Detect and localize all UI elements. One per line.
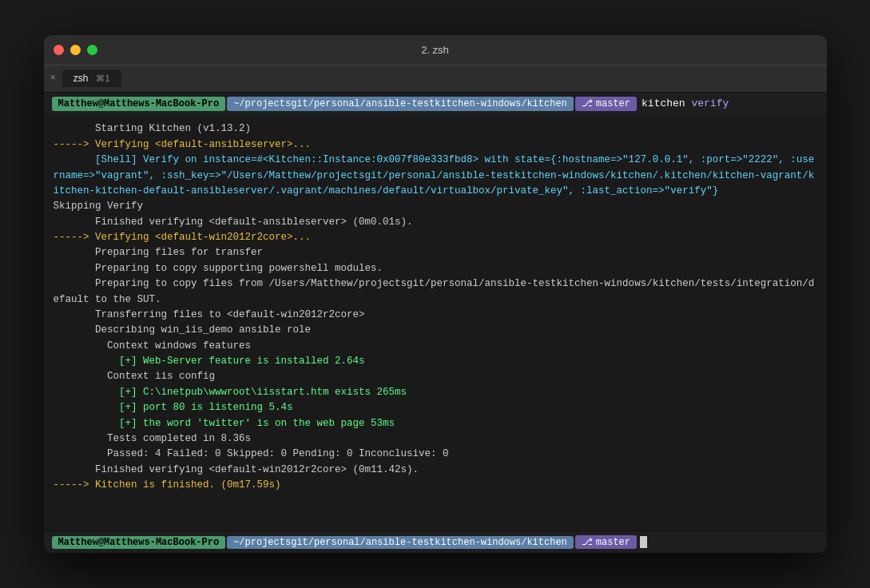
branch-icon: ⎇ <box>582 97 593 111</box>
terminal-line: Describing win_iis_demo ansible role <box>54 323 817 338</box>
bottom-branch-name: master <box>596 537 630 548</box>
tab-item[interactable]: zsh ⌘1 <box>62 70 121 87</box>
tab-label: zsh <box>73 73 89 84</box>
terminal-line: Tests completed in 8.36s <box>54 431 817 447</box>
traffic-lights <box>54 45 97 55</box>
terminal-window: 2. zsh × zsh ⌘1 Matthew@Matthews-MacBook… <box>44 35 827 554</box>
terminal-line: Skipping Verify <box>54 199 817 214</box>
terminal-line: -----> Verifying <default-win2012r2core>… <box>54 230 817 245</box>
branch-name: master <box>596 97 630 111</box>
prompt-path: ~/projectsgit/personal/ansible-testkitch… <box>227 97 574 112</box>
tab-bar: × zsh ⌘1 <box>44 66 827 93</box>
close-button[interactable] <box>54 45 64 55</box>
terminal-line: [Shell] Verify on instance=#<Kitchen::In… <box>54 153 817 199</box>
terminal-line: [+] Web-Server feature is installed 2.64… <box>54 354 817 369</box>
tab-shortcut: ⌘1 <box>96 74 109 84</box>
terminal-line: Passed: 4 Failed: 0 Skipped: 0 Pending: … <box>54 447 817 462</box>
terminal-line: Context iis config <box>54 369 817 384</box>
terminal-line: [+] port 80 is listening 5.4s <box>54 400 817 415</box>
terminal-line: Starting Kitchen (v1.13.2) <box>54 121 817 137</box>
bottom-prompt-bar: Matthew@Matthews-MacBook-Pro ~/projectsg… <box>44 530 827 553</box>
bottom-prompt-path: ~/projectsgit/personal/ansible-testkitch… <box>227 536 574 549</box>
bottom-branch-icon: ⎇ <box>582 536 593 548</box>
terminal-line: -----> Verifying <default-ansibleserver>… <box>54 137 817 153</box>
terminal-line: -----> Kitchen is finished. (0m17.59s) <box>54 478 817 493</box>
tab-close-icon[interactable]: × <box>50 73 56 84</box>
terminal-line: [+] C:\inetpub\wwwroot\iisstart.htm exis… <box>54 385 817 400</box>
terminal-line: Context windows features <box>54 339 817 354</box>
terminal-line: [+] the word 'twitter' is on the web pag… <box>54 416 817 431</box>
cmd-name: kitchen <box>642 97 685 109</box>
prompt-user: Matthew@Matthews-MacBook-Pro <box>52 97 226 112</box>
prompt-command: kitchen verify <box>642 97 729 111</box>
bottom-prompt-user: Matthew@Matthews-MacBook-Pro <box>52 536 226 549</box>
window-title: 2. zsh <box>421 44 449 56</box>
terminal-line: Preparing files for transfer <box>54 245 817 260</box>
cursor <box>640 536 647 548</box>
terminal-line: Preparing to copy supporting powershell … <box>54 261 817 276</box>
minimize-button[interactable] <box>70 45 81 55</box>
terminal-line: Transferring files to <default-win2012r2… <box>54 308 817 323</box>
terminal-line: Finished verifying <default-win2012r2cor… <box>54 463 817 478</box>
bottom-prompt-branch: ⎇ master <box>575 535 637 549</box>
terminal-line: Preparing to copy files from /Users/Matt… <box>54 276 817 308</box>
prompt-branch: ⎇ master <box>575 97 637 112</box>
terminal-content[interactable]: Starting Kitchen (v1.13.2)-----> Verifyi… <box>44 115 827 530</box>
maximize-button[interactable] <box>87 45 97 55</box>
terminal-line: Finished verifying <default-ansibleserve… <box>54 215 817 230</box>
top-prompt-bar: Matthew@Matthews-MacBook-Pro ~/projectsg… <box>44 93 827 116</box>
cmd-arg: verify <box>691 97 729 109</box>
title-bar: 2. zsh <box>44 35 827 66</box>
